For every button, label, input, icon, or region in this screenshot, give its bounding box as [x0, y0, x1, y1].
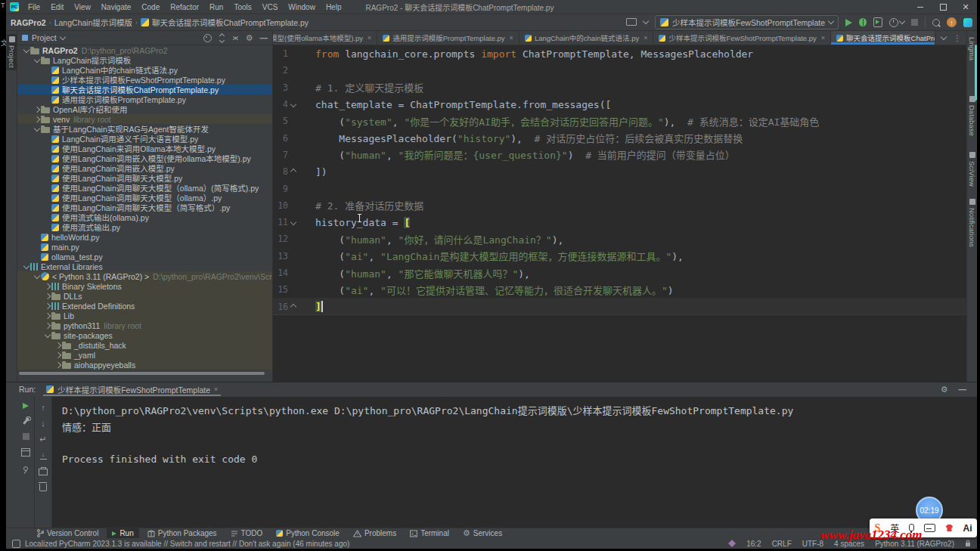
- chevron-down-icon[interactable]: [941, 33, 947, 39]
- hide-panel-icon[interactable]: —: [260, 33, 268, 42]
- ime-skin-icon[interactable]: [945, 525, 953, 531]
- profiler-button[interactable]: [889, 18, 904, 27]
- locate-file-icon[interactable]: [203, 34, 212, 42]
- update-badge-icon[interactable]: ↑: [947, 17, 957, 27]
- tree-item[interactable]: DLLs: [17, 291, 272, 301]
- up-stacktrace-icon[interactable]: ↑: [41, 403, 45, 412]
- stop-button[interactable]: [23, 433, 29, 440]
- tool-window-button-version-control[interactable]: Version Control: [32, 528, 104, 539]
- tool-window-button-terminal[interactable]: Terminal: [405, 528, 454, 539]
- fold-column[interactable]: [288, 169, 299, 174]
- run-tab[interactable]: 少样本提示词模板FewShotPromptTemplate ×: [43, 382, 221, 396]
- tree-item[interactable]: site-packages: [17, 330, 272, 340]
- tree-item[interactable]: OpenAI库介绍和使用: [17, 104, 272, 114]
- scroll-to-end-icon[interactable]: ↓: [40, 451, 47, 460]
- wrench-icon[interactable]: [22, 417, 29, 425]
- debug-button[interactable]: [859, 18, 867, 26]
- tree-chevron[interactable]: [43, 323, 51, 328]
- tree-chevron[interactable]: [33, 275, 41, 278]
- tool-strip-sciview[interactable]: SciView: [968, 152, 976, 187]
- tree-item[interactable]: python311library root: [17, 320, 272, 330]
- minimize-button[interactable]: [909, 0, 932, 14]
- menu-code[interactable]: Code: [137, 2, 164, 12]
- menu-tools[interactable]: Tools: [229, 2, 256, 12]
- gear-icon[interactable]: ⚙: [941, 386, 948, 393]
- project-panel-title[interactable]: Project: [32, 33, 57, 42]
- tool-window-button-problems[interactable]: Problems: [348, 528, 402, 539]
- tree-chevron[interactable]: [33, 59, 41, 62]
- close-button[interactable]: ✕: [954, 0, 977, 14]
- tree-chevron[interactable]: [43, 294, 51, 299]
- fold-column[interactable]: [288, 305, 299, 309]
- close-icon[interactable]: ×: [368, 34, 371, 42]
- close-icon[interactable]: ×: [644, 34, 647, 42]
- tree-chevron[interactable]: [33, 107, 41, 112]
- tree-item[interactable]: aiohappyeyeballs: [17, 360, 272, 370]
- tree-chevron[interactable]: [43, 314, 51, 318]
- down-stacktrace-icon[interactable]: ↓: [41, 419, 45, 428]
- tree-chevron[interactable]: [43, 334, 51, 337]
- coverage-button[interactable]: [873, 17, 882, 27]
- tree-chevron[interactable]: [43, 304, 51, 308]
- tree-item[interactable]: _yaml: [17, 350, 272, 360]
- tool-strip-notifications[interactable]: Notifications: [968, 199, 976, 247]
- editor-tab[interactable]: 通用提示词模版PromptTemplate.py×: [377, 31, 519, 45]
- menu-help[interactable]: Help: [321, 2, 346, 12]
- tree-chevron[interactable]: [54, 353, 62, 358]
- line-ending[interactable]: CRLF: [772, 540, 792, 548]
- tool-strip-database[interactable]: Database: [968, 96, 976, 136]
- status-message[interactable]: Localized PyCharm 2023.1.3 is available …: [25, 540, 349, 548]
- hide-panel-icon[interactable]: —: [959, 385, 967, 394]
- caret-position[interactable]: 16:2: [746, 540, 761, 548]
- notification-icon[interactable]: [12, 540, 20, 548]
- tree-item[interactable]: External Libraries: [17, 262, 272, 271]
- menu-edit[interactable]: Edit: [46, 2, 68, 12]
- fold-column[interactable]: [288, 220, 299, 224]
- close-icon[interactable]: ×: [214, 385, 218, 393]
- stop-button[interactable]: [911, 19, 918, 26]
- collapse-all-icon[interactable]: [232, 35, 239, 42]
- tree-item[interactable]: Lib: [17, 311, 272, 320]
- editor-tab[interactable]: 少样本提示词模板FewShotPromptTemplate.py×: [653, 31, 831, 45]
- editor-tab[interactable]: 调用嵌入模型(使用ollama本地模型).py×: [273, 31, 377, 45]
- tree-item[interactable]: Extended Definitions: [17, 301, 272, 311]
- tree-item[interactable]: ollama_test.py: [17, 252, 272, 262]
- chevron-down-icon[interactable]: [59, 33, 65, 39]
- tool-strip-lingma[interactable]: Lingma: [968, 37, 976, 60]
- rerun-button[interactable]: [23, 403, 29, 409]
- tree-chevron[interactable]: [33, 117, 41, 122]
- clear-console-icon[interactable]: [39, 484, 47, 491]
- console-output[interactable]: D:\python_pro\RAGPro2\venv\Scripts\pytho…: [52, 397, 977, 528]
- tool-window-button-python-packages[interactable]: Python Packages: [142, 528, 222, 539]
- menu-file[interactable]: File: [23, 2, 45, 12]
- lingma-icon[interactable]: [963, 18, 972, 27]
- tree-item[interactable]: helloWorld.py: [17, 232, 272, 242]
- tree-chevron[interactable]: [22, 49, 30, 52]
- run-config-select[interactable]: 少样本提示词模板FewShotPromptTemplate: [655, 15, 839, 29]
- close-icon[interactable]: ×: [510, 34, 513, 42]
- lock-icon[interactable]: [965, 540, 971, 547]
- tree-chevron[interactable]: [33, 128, 41, 131]
- ime-ai-icon[interactable]: Ai: [963, 523, 972, 534]
- tool-window-button-python-console[interactable]: Python Console: [271, 528, 345, 539]
- fold-column[interactable]: [288, 102, 299, 107]
- tree-chevron[interactable]: [43, 284, 51, 289]
- tree-chevron[interactable]: [22, 265, 30, 268]
- tree-item[interactable]: < Python 3.11 (RAGPro2) >D:\python_pro\R…: [17, 271, 272, 281]
- run-button[interactable]: [845, 19, 852, 26]
- tool-window-button-run[interactable]: Run: [107, 528, 138, 539]
- tree-item[interactable]: 使用流式输出(ollama).py: [17, 212, 272, 222]
- restore-layout-icon[interactable]: [21, 448, 30, 457]
- menu-vcs[interactable]: VCS: [258, 2, 283, 12]
- menu-window[interactable]: Window: [284, 2, 320, 12]
- tree-item[interactable]: main.py: [17, 242, 272, 252]
- soft-wrap-icon[interactable]: ↵: [39, 435, 46, 444]
- horizontal-scrollbar[interactable]: [19, 372, 265, 375]
- kebab-menu-icon[interactable]: ⋮: [954, 34, 961, 42]
- search-everywhere-icon[interactable]: [932, 19, 940, 26]
- breadcrumb-item[interactable]: RAGPro2: [11, 18, 46, 27]
- pin-icon[interactable]: [23, 466, 28, 471]
- menu-view[interactable]: View: [70, 2, 95, 12]
- quick-access-icon[interactable]: [728, 540, 736, 547]
- chevron-down-icon[interactable]: [643, 18, 649, 24]
